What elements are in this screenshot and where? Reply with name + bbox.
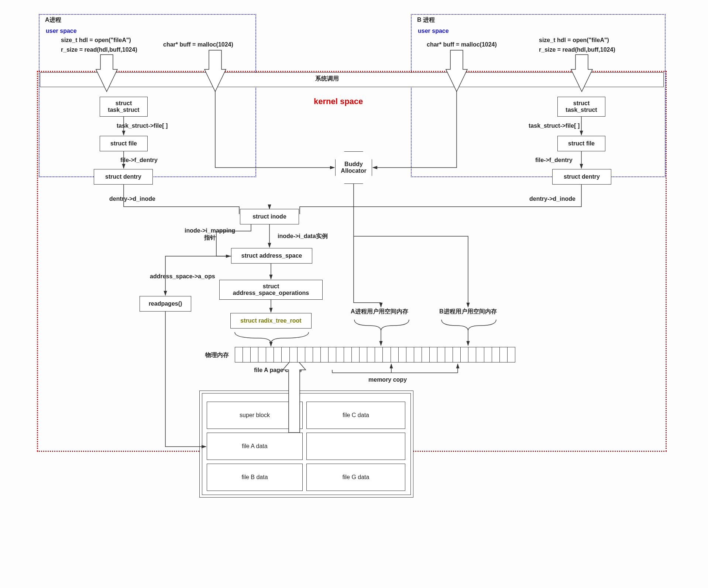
syscall-bar — [40, 72, 664, 87]
b-task-struct: struct task_struct — [557, 97, 605, 117]
disk-super: super block — [207, 402, 303, 429]
memory-cell — [251, 347, 258, 362]
b-file-to-dentry: file->f_dentry — [535, 157, 573, 164]
a-task-to-file: task_struct->file[ ] — [117, 123, 168, 129]
buddy-allocator: Buddy Allocator — [335, 151, 372, 184]
b-task-to-file: task_struct->file[ ] — [529, 123, 580, 129]
b-dentry-to-inode: dentry->d_inode — [529, 196, 575, 202]
procA-mem-label: A进程用户用空间内存 — [351, 308, 408, 316]
memory-cell — [290, 347, 298, 362]
memory-cell — [437, 347, 445, 362]
memory-cell — [453, 347, 461, 362]
b-dentry: struct dentry — [552, 169, 611, 185]
a-file: struct file — [100, 136, 148, 151]
memory-cell — [383, 347, 391, 362]
memory-cell — [243, 347, 251, 362]
memory-cell — [352, 347, 360, 362]
memory-cell — [367, 347, 375, 362]
b-file: struct file — [557, 136, 605, 151]
memory-cell — [399, 347, 406, 362]
process-b-title: B 进程 — [417, 16, 435, 24]
memory-cell — [329, 347, 336, 362]
process-a-title: A进程 — [45, 16, 61, 24]
kernel-space-label: kernel space — [314, 97, 363, 106]
inode: struct inode — [240, 209, 299, 224]
memory-cell — [406, 347, 414, 362]
process-a-malloc: char* buff = malloc(1024) — [163, 41, 233, 48]
a-task-struct: struct task_struct — [100, 97, 148, 117]
disk-fileC: file C data — [306, 402, 405, 429]
memory-cell — [305, 347, 313, 362]
memory-cell — [375, 347, 383, 362]
memory-cell — [508, 347, 515, 362]
memory-cell — [321, 347, 329, 362]
a-file-to-dentry: file->f_dentry — [120, 157, 158, 164]
readpages: readpages() — [140, 296, 191, 312]
memory-strip — [235, 347, 515, 362]
file-cache-label: file A page cache — [254, 367, 302, 374]
memory-cell — [344, 347, 352, 362]
memory-cell — [336, 347, 344, 362]
memory-cell — [422, 347, 430, 362]
procB-mem-label: B进程用户用空间内存 — [439, 308, 497, 316]
syscall-label: 系统调用 — [315, 75, 339, 83]
memory-cell — [476, 347, 484, 362]
memory-cell — [298, 347, 305, 362]
memory-cell — [468, 347, 476, 362]
a-dentry-to-inode: dentry->d_inode — [109, 196, 155, 202]
memory-cell — [360, 347, 367, 362]
memory-cell — [445, 347, 453, 362]
process-a-open: size_t hdl = open("fileA") — [61, 37, 131, 44]
memory-cell — [313, 347, 321, 362]
disk-fileB: file B data — [207, 464, 303, 491]
i-data: inode->i_data实例 — [278, 233, 328, 240]
memory-cell — [391, 347, 399, 362]
phys-mem-label: 物理内存 — [205, 351, 229, 359]
memory-cell — [492, 347, 500, 362]
memory-cell — [235, 347, 243, 362]
process-b-malloc: char* buff = malloc(1024) — [427, 41, 497, 48]
i-mapping: inode->i_mapping 指针 — [185, 227, 235, 242]
memory-cell — [430, 347, 437, 362]
memory-cell — [266, 347, 274, 362]
radix-root: struct radix_tree_root — [230, 313, 312, 329]
memcopy-label: memory copy — [368, 376, 407, 383]
memory-cell — [282, 347, 289, 362]
process-a-userspace: user space — [46, 28, 77, 34]
address-space: struct address_space — [231, 248, 312, 264]
process-b-open: size_t hdl = open("fileA") — [539, 37, 609, 44]
memory-cell — [500, 347, 508, 362]
memory-cell — [414, 347, 422, 362]
process-a-read: r_size = read(hdl,buff,1024) — [61, 47, 137, 53]
disk-fileA: file A data — [207, 433, 303, 460]
a-ops-box: struct address_space_operations — [219, 280, 323, 300]
a-ops-label: address_space->a_ops — [150, 273, 215, 280]
process-b-read: r_size = read(hdl,buff,1024) — [539, 47, 615, 53]
disk-fileG: file G data — [306, 464, 405, 491]
disk-EF-outer — [306, 433, 405, 460]
memory-cell — [274, 347, 282, 362]
memory-cell — [484, 347, 492, 362]
memory-cell — [461, 347, 468, 362]
memory-cell — [258, 347, 266, 362]
process-b-userspace: user space — [418, 28, 449, 34]
a-dentry: struct dentry — [94, 169, 153, 185]
